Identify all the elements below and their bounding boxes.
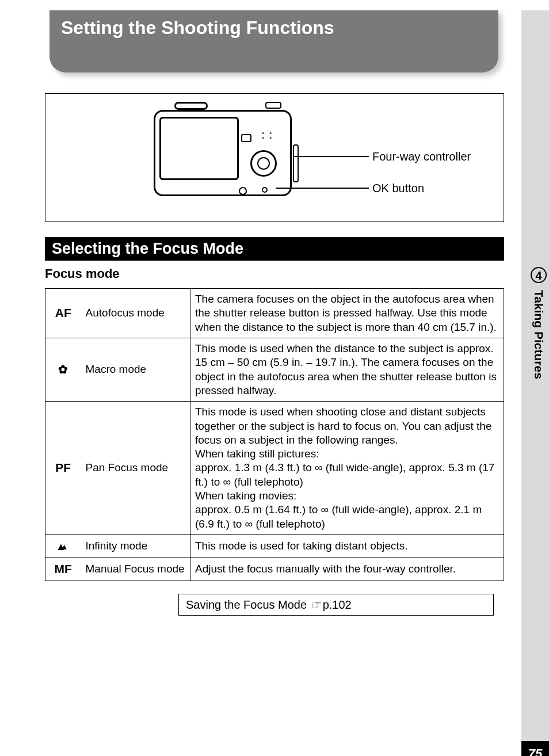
camera-illustration: ∘ ∘∘ ∘ (154, 104, 298, 205)
page-number: 75 (521, 741, 549, 756)
flower-icon (58, 362, 68, 376)
table-row: MF Manual Focus mode Adjust the focus ma… (45, 558, 504, 581)
mode-name: Manual Focus mode (81, 558, 190, 581)
focus-mode-table: AF Autofocus mode The camera focuses on … (45, 288, 504, 581)
pointer-icon (311, 598, 322, 611)
mode-name: Macro mode (81, 338, 190, 401)
camera-diagram: ∘ ∘∘ ∘ Four-way controller OK button (45, 93, 504, 222)
cross-reference-box: Saving the Focus Mode p.102 (178, 594, 494, 616)
mode-symbol-macro (45, 338, 81, 401)
reference-text: Saving the Focus Mode (186, 598, 307, 611)
table-row: Macro mode This mode is used when the di… (45, 338, 504, 401)
mode-symbol-infinity (45, 535, 81, 558)
mode-name: Pan Focus mode (81, 402, 190, 535)
mode-symbol-pf: PF (45, 402, 81, 535)
mode-description: This mode is used when the distance to t… (190, 338, 504, 401)
mountain-icon (56, 539, 71, 552)
callout-line-ok (276, 188, 369, 189)
chapter-title-vertical: Taking Pictures (532, 290, 546, 379)
table-row: PF Pan Focus mode This mode is used when… (45, 402, 504, 535)
table-row: Infinity mode This mode is used for taki… (45, 535, 504, 558)
side-gutter (521, 10, 549, 756)
mode-description: This mode is used when shooting close an… (190, 402, 504, 535)
mode-name: Autofocus mode (81, 289, 190, 338)
table-row: AF Autofocus mode The camera focuses on … (45, 289, 504, 338)
reference-page: p.102 (323, 598, 352, 611)
mode-description: The camera focuses on the object in the … (190, 289, 504, 338)
page-title: Setting the Shooting Functions (61, 17, 487, 39)
page-title-banner: Setting the Shooting Functions (49, 10, 498, 72)
mode-name: Infinity mode (81, 535, 190, 558)
section-subheading: Focus mode (45, 266, 504, 281)
mode-symbol-af: AF (45, 289, 81, 338)
callout-four-way-controller: Four-way controller (372, 150, 471, 163)
mode-description: Adjust the focus manually with the four-… (190, 558, 504, 581)
mode-description: This mode is used for taking distant obj… (190, 535, 504, 558)
section-heading: Selecting the Focus Mode (45, 237, 504, 261)
callout-line-controller (293, 156, 369, 157)
callout-ok-button: OK button (372, 182, 424, 195)
mode-symbol-mf: MF (45, 558, 81, 581)
chapter-number-badge: 4 (530, 267, 547, 283)
